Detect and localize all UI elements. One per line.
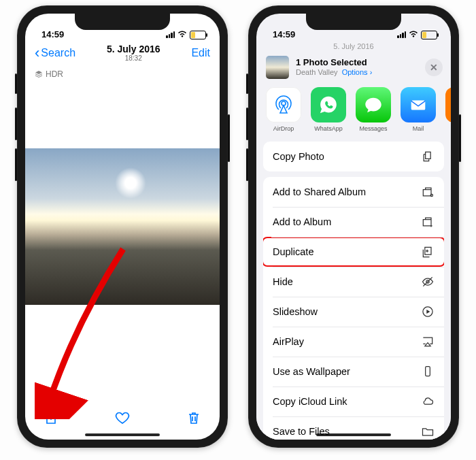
app-more[interactable] [445,87,451,132]
stack-icon [35,70,43,78]
close-icon: ✕ [430,62,438,73]
photo-landscape [25,148,220,305]
svg-rect-1 [411,100,426,110]
cloud-icon [421,395,435,408]
status-time: 14:59 [41,29,64,39]
home-indicator[interactable] [85,433,160,436]
action-label: Copy iCloud Link [273,396,347,407]
airplay-icon [421,335,435,348]
mail-icon [401,87,436,122]
status-time: 14:59 [273,29,295,39]
action-add-shared-album[interactable]: Add to Shared Album [263,177,444,207]
action-label: Duplicate [273,246,313,257]
edit-button[interactable]: Edit [191,47,210,59]
battery-icon [190,31,206,39]
notch [306,14,401,30]
delete-button[interactable] [186,410,202,429]
wifi-icon [409,30,418,39]
action-label: Use as Wallpaper [273,366,350,377]
action-label: Add to Shared Album [273,186,366,197]
signal-icon [397,31,406,38]
signal-icon [166,31,175,38]
whatsapp-icon [311,87,346,122]
action-wallpaper[interactable]: Use as Wallpaper [263,357,444,387]
share-actions[interactable]: Copy Photo Add to Shared Album Add to Al… [256,142,451,440]
svg-rect-4 [426,367,430,376]
hide-icon [421,275,435,289]
shared-album-icon [421,185,435,199]
album-icon [421,215,435,229]
folder-icon [421,425,435,438]
action-label: Slideshow [273,306,318,317]
app-label: Mail [401,125,436,132]
app-airdrop[interactable]: AirDrop [266,87,301,132]
app-label: WhatsApp [311,125,346,132]
nav-bar: ‹ Search 5. July 2016 18:32 Edit [25,41,220,67]
app-whatsapp[interactable]: WhatsApp [311,87,346,132]
battery-icon [421,31,437,39]
action-slideshow[interactable]: Slideshow [263,297,444,327]
phone-left: 14:59 ‹ Search 5. July 2016 18:32 Edit [17,5,228,448]
share-apps-row[interactable]: AirDrop WhatsApp Messages Mail [256,87,451,142]
duplicate-icon [421,245,435,259]
favorite-button[interactable] [114,410,131,429]
page-title: 5. July 2016 18:32 [107,44,160,63]
hdr-badge: HDR [25,67,220,82]
phone-right: 14:59 5. July 2016 1 Photo Selected Deat… [248,5,459,448]
wifi-icon [177,30,187,39]
airdrop-icon [266,87,301,122]
app-messages[interactable]: Messages [356,87,391,132]
share-sheet-header: 1 Photo Selected Death Valley Options › … [256,50,451,87]
action-hide[interactable]: Hide [263,267,444,297]
back-label: Search [41,47,75,59]
share-button[interactable] [43,410,59,429]
photo-viewer[interactable] [25,82,220,399]
action-duplicate[interactable]: Duplicate [263,237,444,267]
options-button[interactable]: Options › [342,68,373,76]
action-label: Add to Album [273,216,331,227]
app-label: AirDrop [266,125,301,132]
back-button[interactable]: ‹ Search [35,47,75,59]
close-button[interactable]: ✕ [425,59,443,76]
messages-icon [356,87,391,122]
action-copy-photo[interactable]: Copy Photo [263,142,444,171]
action-airplay[interactable]: AirPlay [263,327,444,357]
notch [75,14,170,30]
action-copy-icloud[interactable]: Copy iCloud Link [263,387,444,416]
share-title: 1 Photo Selected [296,58,372,68]
app-label: Messages [356,125,391,132]
background-date: 5. July 2016 [256,41,451,50]
action-add-album[interactable]: Add to Album [263,207,444,237]
play-icon [421,305,435,318]
copy-icon [421,150,435,163]
phone-icon [421,365,435,378]
more-apps-icon [445,87,451,122]
app-mail[interactable]: Mail [401,87,436,132]
home-indicator[interactable] [316,433,391,436]
action-label: AirPlay [273,336,304,347]
share-location: Death Valley [296,68,338,76]
photo-thumbnail[interactable] [266,56,289,79]
action-label: Copy Photo [273,151,324,162]
action-label: Hide [273,276,293,287]
